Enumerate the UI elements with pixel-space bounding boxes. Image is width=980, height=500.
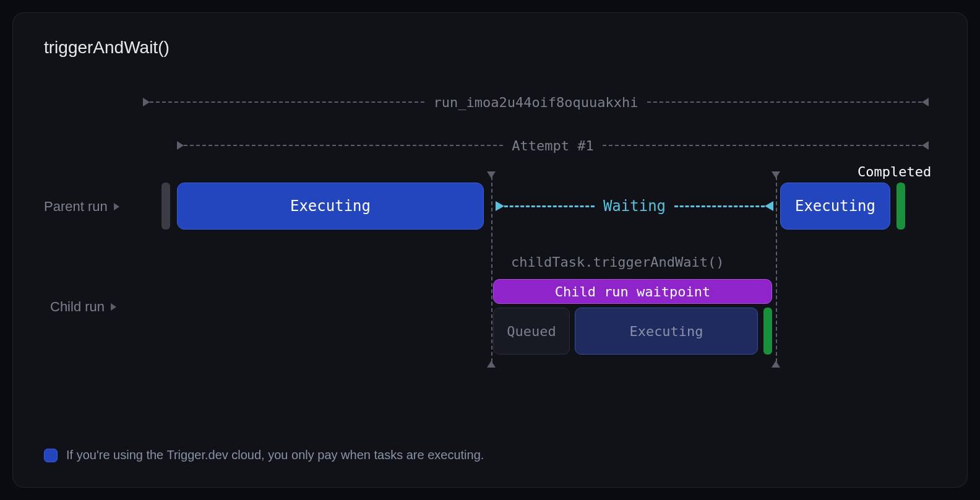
triangle-down-icon (487, 171, 496, 178)
waiting-span: Waiting (496, 199, 773, 213)
run-id-label: run_imoa2u44oif8oquuakxhi (424, 95, 647, 110)
triangle-left-icon (922, 98, 929, 106)
triangle-left-icon (922, 141, 929, 150)
child-waitpoint: Child run waitpoint (493, 279, 772, 304)
parent-run-label: Parent run (44, 199, 119, 215)
attempt-span: Attempt #1 (177, 138, 929, 153)
child-call-label: childTask.triggerAndWait() (511, 254, 724, 270)
diagram-title: triggerAndWait() (44, 38, 936, 58)
child-queued: Queued (493, 308, 570, 355)
completed-label: Completed (858, 164, 931, 179)
triangle-up-icon (772, 361, 780, 368)
executing-swatch-icon (44, 449, 58, 462)
chevron-right-icon (111, 303, 116, 311)
triangle-right-icon (143, 98, 150, 106)
run-id-span: run_imoa2u44oif8oquuakxhi (143, 95, 929, 110)
parent-complete-marker (896, 183, 905, 230)
parent-executing-1: Executing (177, 183, 484, 230)
waiting-label: Waiting (595, 197, 674, 215)
attempt-label: Attempt #1 (503, 138, 602, 153)
triangle-up-icon (487, 361, 496, 368)
diagram-panel: triggerAndWait() run_imoa2u44oif8oquuakx… (12, 12, 968, 488)
vline-right (776, 176, 777, 362)
footer-text: If you're using the Trigger.dev cloud, y… (66, 448, 484, 462)
waiting-arrow-left-icon (765, 201, 773, 211)
child-complete-marker (763, 308, 772, 355)
triangle-right-icon (177, 141, 184, 150)
chevron-right-icon (114, 203, 119, 210)
parent-start-marker (161, 183, 170, 230)
triangle-down-icon (772, 171, 780, 178)
parent-executing-2: Executing (780, 183, 890, 230)
footer-note: If you're using the Trigger.dev cloud, y… (44, 448, 484, 462)
vline-left (491, 176, 492, 362)
waiting-arrow-right-icon (496, 201, 504, 211)
child-run-label: Child run (50, 299, 116, 315)
diagram-area: run_imoa2u44oif8oquuakxhi Attempt #1 Com… (44, 95, 936, 392)
child-executing: Executing (575, 308, 758, 355)
